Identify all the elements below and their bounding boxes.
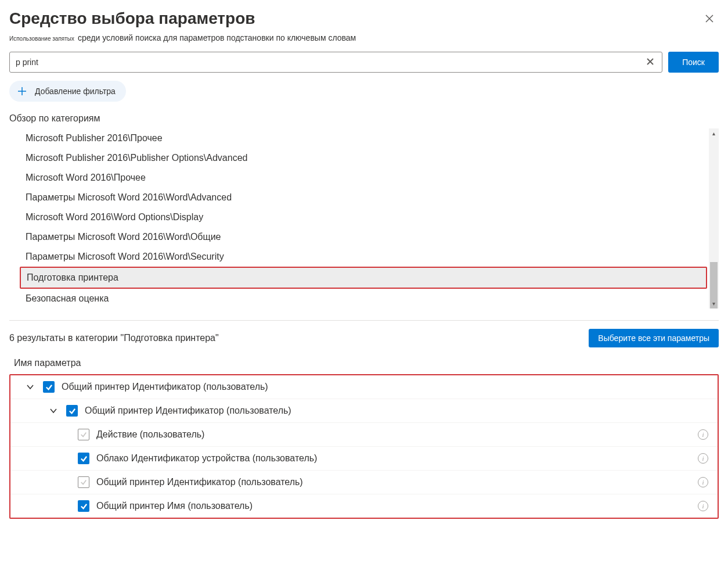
tree-row-label: Облако Идентификатор устройства (пользов… <box>96 453 691 464</box>
select-all-button[interactable]: Выберите все эти параметры <box>589 329 719 347</box>
settings-tree: Общий принтер Идентификатор (пользовател… <box>9 374 719 519</box>
info-icon[interactable]: i <box>698 453 708 464</box>
tree-row[interactable]: Облако Идентификатор устройства (пользов… <box>10 447 718 471</box>
scrollbar[interactable]: ▴ ▾ <box>709 128 719 308</box>
checkbox[interactable] <box>66 405 78 417</box>
divider <box>9 320 719 321</box>
checkbox[interactable] <box>78 500 89 512</box>
category-list: Microsoft Publisher 2016\ПрочееMicrosoft… <box>9 128 719 308</box>
tree-row[interactable]: Общий принтер Идентификатор (пользовател… <box>10 375 718 399</box>
search-input[interactable] <box>16 58 644 67</box>
category-item[interactable]: Microsoft Publisher 2016\Publisher Optio… <box>20 148 707 168</box>
tree-row-label: Общий принтер Идентификатор (пользовател… <box>62 382 711 392</box>
category-item[interactable]: Подготовка принтера <box>20 267 707 289</box>
results-count-text: 6 результаты в категории "Подготовка при… <box>9 333 219 343</box>
category-item[interactable]: Параметры Microsoft Word 2016\Word\Secur… <box>20 247 707 267</box>
checkbox[interactable] <box>78 476 89 488</box>
search-box[interactable] <box>9 52 662 73</box>
add-filter-label: Добавление фильтра <box>35 87 116 96</box>
scroll-up-arrow-icon[interactable]: ▴ <box>709 128 719 138</box>
chevron-down-icon[interactable] <box>24 381 36 393</box>
category-item[interactable]: Microsoft Word 2016\Word Options\Display <box>20 207 707 227</box>
category-item[interactable]: Безопасная оценка <box>20 289 707 308</box>
tree-row[interactable]: Действие (пользователь)i <box>10 423 718 447</box>
tree-row[interactable]: Общий принтер Имя (пользователь)i <box>10 494 718 518</box>
clear-search-button[interactable] <box>644 55 656 70</box>
checkbox[interactable] <box>78 429 89 440</box>
category-item[interactable]: Параметры Microsoft Word 2016\Word\Общие <box>20 227 707 247</box>
close-icon <box>705 14 714 23</box>
search-button[interactable]: Поиск <box>668 52 719 73</box>
subtitle-prefix: Использование запятых <box>9 35 74 42</box>
checkbox[interactable] <box>43 381 55 393</box>
setting-name-column-header: Имя параметра <box>9 358 719 368</box>
tree-row-label: Общий принтер Идентификатор (пользовател… <box>96 477 691 487</box>
info-icon[interactable]: i <box>698 501 708 511</box>
scroll-down-arrow-icon[interactable]: ▾ <box>709 299 719 308</box>
info-icon[interactable]: i <box>698 429 708 440</box>
subtitle-rest: среди условий поиска для параметров подс… <box>78 33 356 42</box>
plus-icon <box>15 84 29 98</box>
category-item[interactable]: Microsoft Word 2016\Прочее <box>20 168 707 188</box>
tree-row-label: Общий принтер Идентификатор (пользовател… <box>85 406 711 416</box>
tree-row[interactable]: Общий принтер Идентификатор (пользовател… <box>10 399 718 423</box>
browse-categories-label: Обзор по категориям <box>9 113 719 124</box>
tree-row-label: Действие (пользователь) <box>96 429 691 440</box>
dialog-title: Средство выбора параметров <box>9 9 255 28</box>
add-filter-button[interactable]: Добавление фильтра <box>9 81 126 102</box>
chevron-down-icon[interactable] <box>48 405 59 417</box>
tree-row-label: Общий принтер Имя (пользователь) <box>96 501 691 511</box>
close-button[interactable] <box>700 9 719 30</box>
info-icon[interactable]: i <box>698 477 708 487</box>
dialog-subtitle: Использование запятых среди условий поис… <box>9 33 719 42</box>
category-item[interactable]: Microsoft Publisher 2016\Прочее <box>20 128 707 148</box>
close-icon <box>647 58 654 65</box>
checkbox[interactable] <box>78 453 89 464</box>
category-item[interactable]: Параметры Microsoft Word 2016\Word\Advan… <box>20 188 707 207</box>
tree-row[interactable]: Общий принтер Идентификатор (пользовател… <box>10 471 718 494</box>
